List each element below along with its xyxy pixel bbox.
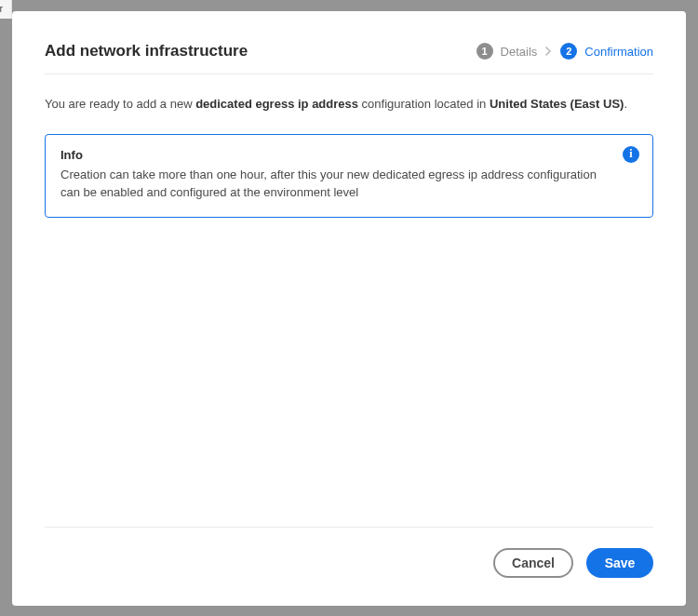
background-text: ver	[0, 3, 3, 14]
info-callout-text: Creation can take more than one hour, af…	[60, 166, 638, 202]
modal-header: Add network infrastructure 1 Details 2 C…	[45, 42, 653, 74]
modal-footer: Cancel Save	[45, 527, 653, 578]
step-number-icon: 2	[560, 43, 577, 60]
step-label: Details	[501, 45, 538, 59]
step-details[interactable]: 1 Details	[477, 43, 538, 60]
add-network-infrastructure-modal: Add network infrastructure 1 Details 2 C…	[12, 11, 686, 606]
cancel-button[interactable]: Cancel	[493, 548, 573, 578]
background-sidebar-fragment: ver	[0, 0, 12, 19]
chevron-right-icon	[545, 45, 552, 59]
info-callout: i Info Creation can take more than one h…	[45, 134, 653, 218]
modal-body: You are ready to add a new dedicated egr…	[45, 74, 653, 527]
info-callout-title: Info	[60, 148, 638, 162]
step-number-icon: 1	[477, 43, 493, 60]
modal-backdrop: ver Add network infrastructure 1 Details…	[0, 0, 698, 616]
info-icon: i	[623, 146, 639, 163]
modal-title: Add network infrastructure	[45, 42, 248, 60]
confirmation-intro-text: You are ready to add a new dedicated egr…	[45, 95, 653, 114]
step-confirmation[interactable]: 2 Confirmation	[560, 43, 653, 60]
save-button[interactable]: Save	[586, 548, 653, 578]
stepper: 1 Details 2 Confirmation	[477, 43, 653, 60]
step-label: Confirmation	[584, 45, 653, 59]
